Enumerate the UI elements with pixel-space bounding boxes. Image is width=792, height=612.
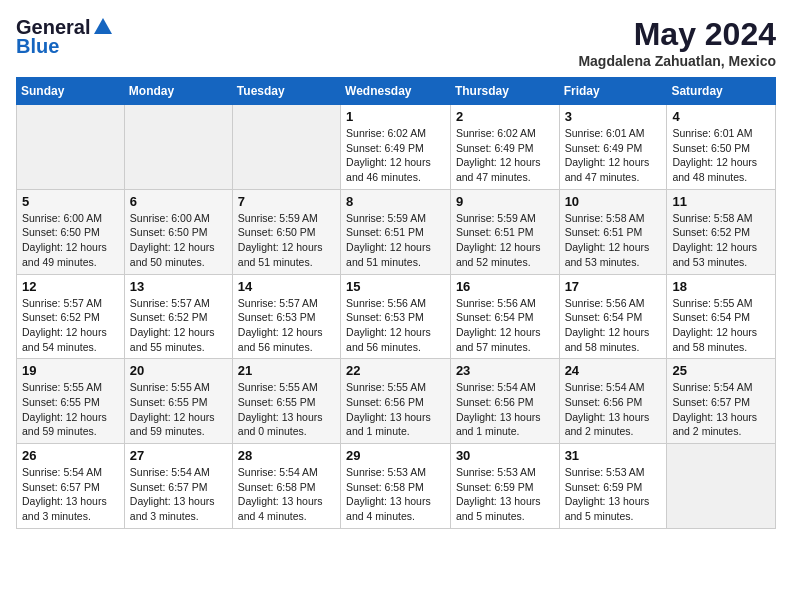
- calendar-cell: 16Sunrise: 5:56 AM Sunset: 6:54 PM Dayli…: [450, 274, 559, 359]
- day-number: 29: [346, 448, 445, 463]
- calendar-cell: 31Sunrise: 5:53 AM Sunset: 6:59 PM Dayli…: [559, 444, 667, 529]
- day-info: Sunrise: 5:54 AM Sunset: 6:57 PM Dayligh…: [22, 465, 119, 524]
- day-info: Sunrise: 6:01 AM Sunset: 6:50 PM Dayligh…: [672, 126, 770, 185]
- page-header: General Blue May 2024 Magdalena Zahuatla…: [16, 16, 776, 69]
- day-number: 26: [22, 448, 119, 463]
- logo-icon: [92, 16, 114, 38]
- day-info: Sunrise: 6:01 AM Sunset: 6:49 PM Dayligh…: [565, 126, 662, 185]
- day-number: 19: [22, 363, 119, 378]
- day-number: 1: [346, 109, 445, 124]
- calendar-cell: 26Sunrise: 5:54 AM Sunset: 6:57 PM Dayli…: [17, 444, 125, 529]
- calendar-cell: 7Sunrise: 5:59 AM Sunset: 6:50 PM Daylig…: [232, 189, 340, 274]
- calendar-cell: 5Sunrise: 6:00 AM Sunset: 6:50 PM Daylig…: [17, 189, 125, 274]
- title-area: May 2024 Magdalena Zahuatlan, Mexico: [578, 16, 776, 69]
- day-number: 11: [672, 194, 770, 209]
- day-number: 3: [565, 109, 662, 124]
- calendar-cell: 30Sunrise: 5:53 AM Sunset: 6:59 PM Dayli…: [450, 444, 559, 529]
- day-info: Sunrise: 6:02 AM Sunset: 6:49 PM Dayligh…: [456, 126, 554, 185]
- day-info: Sunrise: 6:02 AM Sunset: 6:49 PM Dayligh…: [346, 126, 445, 185]
- calendar-header: SundayMondayTuesdayWednesdayThursdayFrid…: [17, 78, 776, 105]
- day-number: 6: [130, 194, 227, 209]
- weekday-header: Wednesday: [341, 78, 451, 105]
- day-number: 18: [672, 279, 770, 294]
- day-number: 24: [565, 363, 662, 378]
- calendar-cell: 10Sunrise: 5:58 AM Sunset: 6:51 PM Dayli…: [559, 189, 667, 274]
- day-number: 4: [672, 109, 770, 124]
- day-info: Sunrise: 5:59 AM Sunset: 6:51 PM Dayligh…: [346, 211, 445, 270]
- calendar-table: SundayMondayTuesdayWednesdayThursdayFrid…: [16, 77, 776, 529]
- day-info: Sunrise: 6:00 AM Sunset: 6:50 PM Dayligh…: [22, 211, 119, 270]
- calendar-body: 1Sunrise: 6:02 AM Sunset: 6:49 PM Daylig…: [17, 105, 776, 529]
- calendar-cell: 21Sunrise: 5:55 AM Sunset: 6:55 PM Dayli…: [232, 359, 340, 444]
- day-number: 10: [565, 194, 662, 209]
- location: Magdalena Zahuatlan, Mexico: [578, 53, 776, 69]
- calendar-cell: [17, 105, 125, 190]
- weekday-header: Sunday: [17, 78, 125, 105]
- day-number: 5: [22, 194, 119, 209]
- calendar-cell: 22Sunrise: 5:55 AM Sunset: 6:56 PM Dayli…: [341, 359, 451, 444]
- logo-blue-text: Blue: [16, 35, 59, 58]
- day-info: Sunrise: 5:54 AM Sunset: 6:57 PM Dayligh…: [130, 465, 227, 524]
- day-number: 30: [456, 448, 554, 463]
- day-number: 25: [672, 363, 770, 378]
- svg-marker-0: [94, 18, 112, 34]
- calendar-cell: 23Sunrise: 5:54 AM Sunset: 6:56 PM Dayli…: [450, 359, 559, 444]
- day-info: Sunrise: 5:55 AM Sunset: 6:55 PM Dayligh…: [130, 380, 227, 439]
- calendar-cell: 25Sunrise: 5:54 AM Sunset: 6:57 PM Dayli…: [667, 359, 776, 444]
- day-info: Sunrise: 5:55 AM Sunset: 6:56 PM Dayligh…: [346, 380, 445, 439]
- calendar-cell: 17Sunrise: 5:56 AM Sunset: 6:54 PM Dayli…: [559, 274, 667, 359]
- weekday-header: Monday: [124, 78, 232, 105]
- day-info: Sunrise: 5:56 AM Sunset: 6:53 PM Dayligh…: [346, 296, 445, 355]
- day-number: 31: [565, 448, 662, 463]
- day-info: Sunrise: 5:53 AM Sunset: 6:58 PM Dayligh…: [346, 465, 445, 524]
- weekday-header: Friday: [559, 78, 667, 105]
- calendar-cell: [667, 444, 776, 529]
- day-info: Sunrise: 5:57 AM Sunset: 6:52 PM Dayligh…: [22, 296, 119, 355]
- calendar-cell: 4Sunrise: 6:01 AM Sunset: 6:50 PM Daylig…: [667, 105, 776, 190]
- day-number: 8: [346, 194, 445, 209]
- calendar-cell: 29Sunrise: 5:53 AM Sunset: 6:58 PM Dayli…: [341, 444, 451, 529]
- calendar-cell: 24Sunrise: 5:54 AM Sunset: 6:56 PM Dayli…: [559, 359, 667, 444]
- day-info: Sunrise: 5:57 AM Sunset: 6:52 PM Dayligh…: [130, 296, 227, 355]
- day-info: Sunrise: 5:58 AM Sunset: 6:51 PM Dayligh…: [565, 211, 662, 270]
- calendar-cell: [232, 105, 340, 190]
- calendar-cell: 20Sunrise: 5:55 AM Sunset: 6:55 PM Dayli…: [124, 359, 232, 444]
- calendar-cell: 9Sunrise: 5:59 AM Sunset: 6:51 PM Daylig…: [450, 189, 559, 274]
- calendar-week-row: 19Sunrise: 5:55 AM Sunset: 6:55 PM Dayli…: [17, 359, 776, 444]
- day-number: 13: [130, 279, 227, 294]
- weekday-header: Tuesday: [232, 78, 340, 105]
- day-info: Sunrise: 5:55 AM Sunset: 6:55 PM Dayligh…: [238, 380, 335, 439]
- calendar-week-row: 26Sunrise: 5:54 AM Sunset: 6:57 PM Dayli…: [17, 444, 776, 529]
- calendar-week-row: 5Sunrise: 6:00 AM Sunset: 6:50 PM Daylig…: [17, 189, 776, 274]
- day-number: 22: [346, 363, 445, 378]
- day-info: Sunrise: 5:54 AM Sunset: 6:58 PM Dayligh…: [238, 465, 335, 524]
- day-number: 20: [130, 363, 227, 378]
- calendar-cell: 15Sunrise: 5:56 AM Sunset: 6:53 PM Dayli…: [341, 274, 451, 359]
- calendar-cell: 13Sunrise: 5:57 AM Sunset: 6:52 PM Dayli…: [124, 274, 232, 359]
- day-info: Sunrise: 5:55 AM Sunset: 6:55 PM Dayligh…: [22, 380, 119, 439]
- day-number: 14: [238, 279, 335, 294]
- day-info: Sunrise: 5:57 AM Sunset: 6:53 PM Dayligh…: [238, 296, 335, 355]
- calendar-cell: 18Sunrise: 5:55 AM Sunset: 6:54 PM Dayli…: [667, 274, 776, 359]
- calendar-cell: [124, 105, 232, 190]
- day-info: Sunrise: 5:53 AM Sunset: 6:59 PM Dayligh…: [565, 465, 662, 524]
- calendar-cell: 3Sunrise: 6:01 AM Sunset: 6:49 PM Daylig…: [559, 105, 667, 190]
- weekday-header: Saturday: [667, 78, 776, 105]
- day-number: 21: [238, 363, 335, 378]
- calendar-cell: 27Sunrise: 5:54 AM Sunset: 6:57 PM Dayli…: [124, 444, 232, 529]
- calendar-cell: 8Sunrise: 5:59 AM Sunset: 6:51 PM Daylig…: [341, 189, 451, 274]
- day-number: 16: [456, 279, 554, 294]
- calendar-cell: 12Sunrise: 5:57 AM Sunset: 6:52 PM Dayli…: [17, 274, 125, 359]
- day-info: Sunrise: 5:55 AM Sunset: 6:54 PM Dayligh…: [672, 296, 770, 355]
- day-info: Sunrise: 5:56 AM Sunset: 6:54 PM Dayligh…: [565, 296, 662, 355]
- weekday-header: Thursday: [450, 78, 559, 105]
- day-number: 7: [238, 194, 335, 209]
- day-number: 9: [456, 194, 554, 209]
- day-info: Sunrise: 5:54 AM Sunset: 6:57 PM Dayligh…: [672, 380, 770, 439]
- calendar-cell: 14Sunrise: 5:57 AM Sunset: 6:53 PM Dayli…: [232, 274, 340, 359]
- day-info: Sunrise: 5:56 AM Sunset: 6:54 PM Dayligh…: [456, 296, 554, 355]
- day-info: Sunrise: 5:58 AM Sunset: 6:52 PM Dayligh…: [672, 211, 770, 270]
- calendar-cell: 11Sunrise: 5:58 AM Sunset: 6:52 PM Dayli…: [667, 189, 776, 274]
- logo: General Blue: [16, 16, 114, 58]
- day-info: Sunrise: 5:54 AM Sunset: 6:56 PM Dayligh…: [456, 380, 554, 439]
